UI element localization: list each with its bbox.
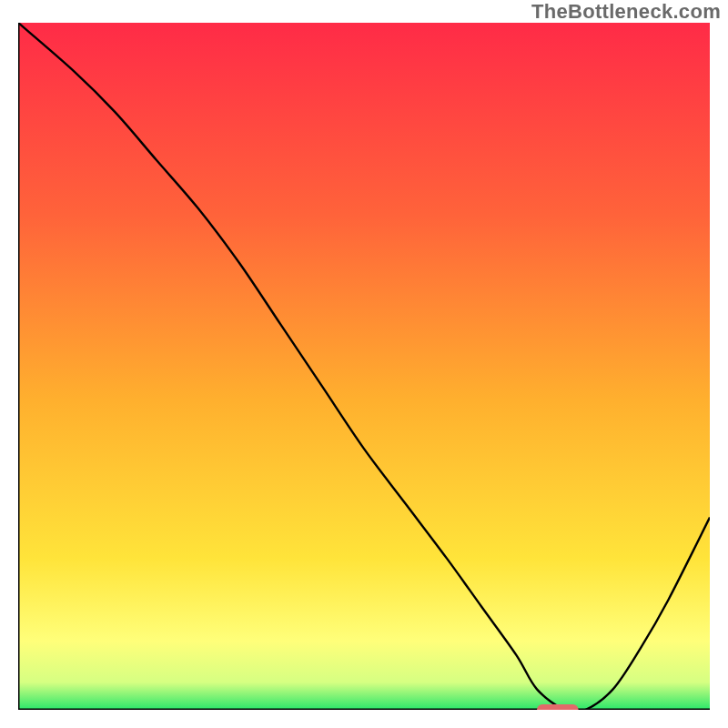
optimal-marker [537,704,579,710]
plot-area [18,23,710,710]
gradient-background [18,23,710,710]
watermark-text: TheBottleneck.com [531,0,721,24]
chart-frame: TheBottleneck.com [0,0,728,728]
bottleneck-chart [18,23,710,710]
